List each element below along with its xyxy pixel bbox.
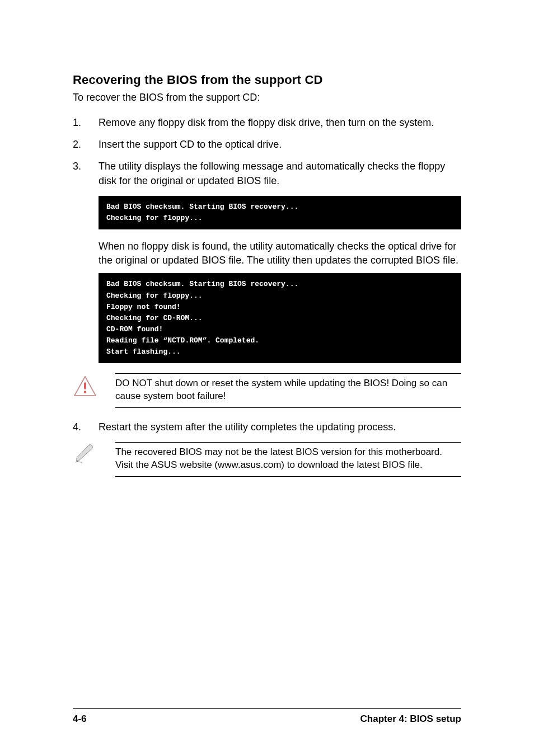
page-footer: 4-6 Chapter 4: BIOS setup: [73, 708, 461, 725]
list-item: 3. The utility displays the following me…: [73, 159, 461, 187]
list-item: 4. Restart the system after the utility …: [73, 420, 461, 434]
svg-rect-0: [84, 383, 86, 389]
code-block-2: Bad BIOS checksum. Starting BIOS recover…: [99, 273, 461, 363]
list-item: 2. Insert the support CD to the optical …: [73, 138, 461, 152]
list-number: 2.: [73, 138, 99, 152]
intro-text: To recover the BIOS from the support CD:: [73, 92, 461, 104]
list-number: 3.: [73, 159, 99, 173]
footer-page-number: 4-6: [73, 713, 87, 725]
list-body: Remove any floppy disk from the floppy d…: [99, 116, 461, 130]
pencil-icon: [73, 442, 97, 463]
list-body: The utility displays the following messa…: [99, 159, 461, 187]
code-block-1: Bad BIOS checksum. Starting BIOS recover…: [99, 196, 461, 229]
footer-chapter: Chapter 4: BIOS setup: [360, 713, 461, 725]
warning-icon: [73, 373, 97, 397]
list-item: 1. Remove any floppy disk from the flopp…: [73, 116, 461, 130]
note-box: The recovered BIOS may not be the latest…: [119, 442, 461, 477]
list-number: 4.: [73, 420, 99, 434]
list-body: Insert the support CD to the optical dri…: [99, 138, 461, 152]
svg-point-1: [84, 391, 86, 393]
list-number: 1.: [73, 116, 99, 130]
note-text: The recovered BIOS may not be the latest…: [115, 442, 461, 477]
warning-text: DO NOT shut down or reset the system whi…: [115, 373, 461, 408]
list-body: Restart the system after the utility com…: [99, 420, 461, 434]
page-content: Recovering the BIOS from the support CD …: [73, 73, 461, 477]
section-heading: Recovering the BIOS from the support CD: [73, 73, 461, 87]
warning-box: DO NOT shut down or reset the system whi…: [119, 373, 461, 408]
mid-paragraph: When no floppy disk is found, the utilit…: [99, 240, 461, 267]
